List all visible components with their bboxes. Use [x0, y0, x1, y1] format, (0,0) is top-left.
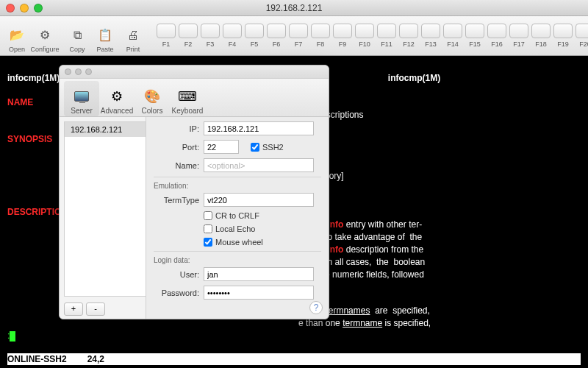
password-field[interactable]	[204, 286, 314, 300]
fkey-f19[interactable]: F19	[553, 24, 573, 48]
minimize-window-button[interactable]	[20, 4, 29, 13]
tab-advanced[interactable]: ⚙ Advanced	[99, 81, 135, 116]
fkey-icon	[487, 24, 506, 38]
ssh2-label: SSH2	[262, 143, 284, 152]
fkey-icon	[377, 24, 396, 38]
user-label: User:	[154, 270, 199, 279]
help-button[interactable]: ?	[309, 301, 323, 314]
emulation-group-label: Emulation:	[154, 182, 321, 190]
fkey-f14[interactable]: F14	[442, 24, 463, 48]
keyboard-icon: ⌨	[179, 88, 196, 105]
fkey-icon	[223, 24, 242, 38]
name-label: Name:	[154, 161, 199, 170]
fkey-icon	[289, 24, 308, 38]
fkey-f9[interactable]: F9	[332, 24, 353, 48]
fkey-f4[interactable]: F4	[222, 24, 243, 48]
print-button[interactable]: 🖨 Print	[121, 19, 146, 53]
prefs-titlebar	[60, 66, 329, 79]
fkey-icon	[576, 24, 588, 38]
copy-icon: ⧉	[68, 26, 86, 44]
paste-button[interactable]: 📋 Paste	[93, 19, 118, 53]
fkey-f5[interactable]: F5	[244, 24, 265, 48]
port-label: Port:	[154, 143, 199, 152]
fkey-icon	[201, 24, 220, 38]
zoom-window-button[interactable]	[34, 4, 43, 13]
fkey-icon	[355, 24, 374, 38]
cr-crlf-checkbox[interactable]	[204, 211, 212, 220]
remove-server-button[interactable]: -	[86, 302, 105, 316]
fkey-f20[interactable]: F20	[575, 24, 588, 48]
fkey-icon	[553, 24, 573, 38]
open-icon: 📂	[8, 26, 26, 44]
fkey-icon	[311, 24, 330, 38]
tab-keyboard[interactable]: ⌨ Keyboard	[170, 81, 205, 116]
prefs-minimize-button[interactable]	[75, 68, 82, 75]
fkey-icon	[179, 24, 198, 38]
fkey-f3[interactable]: F3	[200, 24, 220, 48]
fkey-f10[interactable]: F10	[354, 24, 375, 48]
tab-colors[interactable]: 🎨 Colors	[135, 81, 170, 116]
status-bar: ONLINE-SSH2 24,2	[7, 353, 581, 365]
fkey-icon	[465, 24, 484, 38]
ssh2-checkbox[interactable]	[251, 143, 259, 152]
preferences-dialog: Server ⚙ Advanced 🎨 Colors ⌨ Keyboard 19…	[59, 65, 329, 319]
termtype-label: TermType	[154, 196, 199, 205]
fkey-f6[interactable]: F6	[266, 24, 287, 48]
tab-server[interactable]: Server	[64, 81, 99, 116]
window-title: 192.168.2.121	[0, 3, 588, 13]
terminal-cursor	[10, 331, 15, 342]
configure-button[interactable]: ⚙ Configure	[32, 19, 57, 53]
mouse-wheel-checkbox[interactable]	[204, 238, 212, 247]
login-group-label: Login data:	[154, 256, 321, 264]
gears-icon: ⚙	[108, 88, 126, 105]
fkey-icon	[443, 24, 462, 38]
print-icon: 🖨	[124, 26, 142, 44]
paste-icon: 📋	[96, 26, 114, 44]
fkey-icon	[421, 24, 440, 38]
ip-label: IP:	[154, 124, 199, 133]
termtype-field[interactable]	[204, 193, 314, 207]
server-form: IP: Port: SSH2 Name: Emulation: TermType	[146, 117, 329, 319]
fkey-f2[interactable]: F2	[178, 24, 198, 48]
fkey-f17[interactable]: F17	[509, 24, 529, 48]
ip-field[interactable]	[204, 121, 314, 135]
main-toolbar: 📂 Open ⚙ Configure ⧉ Copy 📋 Paste 🖨 Prin…	[0, 16, 588, 56]
fkey-icon	[531, 24, 551, 38]
fkey-f12[interactable]: F12	[398, 24, 419, 48]
prefs-tabbar: Server ⚙ Advanced 🎨 Colors ⌨ Keyboard	[60, 79, 329, 117]
open-button[interactable]: 📂 Open	[4, 19, 29, 53]
prefs-close-button[interactable]	[65, 68, 71, 75]
server-sidebar: 192.168.2.121 + -	[60, 117, 146, 319]
fkey-icon	[267, 24, 286, 38]
color-wheel-icon: 🎨	[143, 88, 161, 105]
monitor-icon	[73, 88, 90, 105]
copy-button[interactable]: ⧉ Copy	[65, 19, 90, 53]
server-list-item[interactable]: 192.168.2.121	[65, 122, 146, 137]
fkey-icon	[157, 24, 176, 38]
fkey-icon	[333, 24, 352, 38]
password-label: Password:	[154, 289, 199, 297]
close-window-button[interactable]	[6, 4, 15, 13]
name-field[interactable]	[204, 158, 314, 172]
fkey-f18[interactable]: F18	[531, 24, 551, 48]
fkey-f8[interactable]: F8	[310, 24, 331, 48]
local-echo-checkbox[interactable]	[204, 224, 212, 233]
add-server-button[interactable]: +	[64, 302, 83, 316]
window-titlebar: 192.168.2.121	[0, 0, 588, 16]
prefs-zoom-button[interactable]	[85, 68, 92, 75]
server-list[interactable]: 192.168.2.121	[64, 121, 146, 297]
fkey-icon	[509, 24, 528, 38]
port-field[interactable]	[204, 140, 239, 154]
fkey-f11[interactable]: F11	[376, 24, 397, 48]
fkey-f13[interactable]: F13	[420, 24, 441, 48]
gear-icon: ⚙	[36, 26, 54, 44]
fkey-f15[interactable]: F15	[465, 24, 485, 48]
fkey-f16[interactable]: F16	[487, 24, 507, 48]
user-field[interactable]	[204, 267, 314, 281]
fkey-f7[interactable]: F7	[288, 24, 309, 48]
fkey-icon	[245, 24, 264, 38]
fkey-f1[interactable]: F1	[156, 24, 176, 48]
fkey-icon	[399, 24, 418, 38]
